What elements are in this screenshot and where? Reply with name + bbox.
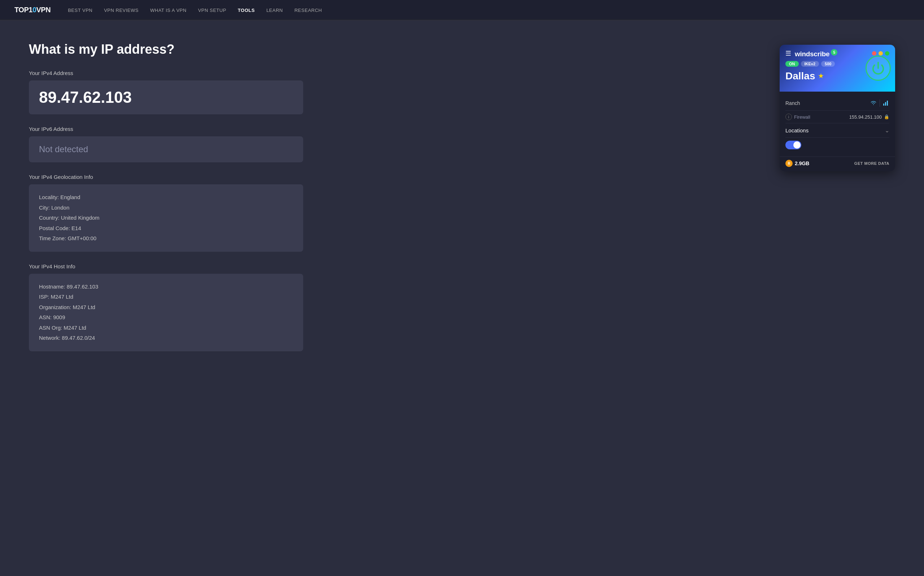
host-org: Organization: M247 Ltd — [39, 302, 293, 313]
toggle-row — [785, 138, 889, 152]
content-area: What is my IP address? Your IPv4 Address… — [29, 42, 303, 363]
widget-logo: windscribe5 — [795, 49, 837, 58]
maximize-button[interactable] — [885, 51, 889, 56]
widget-body: Ranch — [780, 91, 895, 157]
geo-locality: Locality: England — [39, 192, 293, 203]
host-label: Your IPv4 Host Info — [29, 263, 303, 269]
geo-postal: Postal Code: E14 — [39, 223, 293, 234]
geo-box: Locality: England City: London Country: … — [29, 184, 303, 252]
page-title: What is my IP address? — [29, 42, 303, 57]
toggle-knob — [793, 141, 800, 149]
signal-icon — [883, 100, 889, 107]
navbar: TOP10VPN BEST VPN VPN REVIEWS WHAT IS A … — [0, 0, 924, 20]
widget-icons-row — [870, 99, 889, 107]
data-badge: R 2.9GB — [785, 160, 809, 167]
coin-icon: R — [785, 160, 792, 167]
ipv4-label: Your IPv4 Address — [29, 70, 303, 76]
wifi-icon — [870, 100, 877, 106]
host-asn-org: ASN Org: M247 Ltd — [39, 323, 293, 333]
ipv4-value: 89.47.62.103 — [39, 88, 132, 106]
geo-city: City: London — [39, 203, 293, 213]
firewall-ip: 155.94.251.100 🔒 — [849, 114, 889, 120]
close-button[interactable] — [872, 51, 876, 56]
ipv6-box: Not detected — [29, 136, 303, 162]
host-box: Hostname: 89.47.62.103 ISP: M247 Ltd Org… — [29, 274, 303, 351]
favorite-star-icon[interactable]: ★ — [818, 72, 823, 79]
nav-vpn-setup[interactable]: VPN SETUP — [198, 8, 226, 13]
toggle-switch[interactable] — [785, 141, 801, 149]
ipv6-value: Not detected — [39, 144, 88, 154]
minimize-button[interactable] — [879, 51, 883, 56]
lock-icon: 🔒 — [884, 114, 889, 119]
nav-vpn-reviews[interactable]: VPN REVIEWS — [104, 8, 139, 13]
city-name: Dallas — [785, 70, 815, 82]
svg-rect-3 — [887, 101, 888, 106]
nav-links: BEST VPN VPN REVIEWS WHAT IS A VPN VPN S… — [68, 7, 322, 13]
nav-best-vpn[interactable]: BEST VPN — [68, 8, 92, 13]
notification-badge: 5 — [831, 49, 837, 56]
geo-label: Your IPv4 Geolocation Info — [29, 174, 303, 180]
widget-inner: ☰ windscribe5 ON IKEv2 500 — [780, 45, 895, 171]
host-asn: ASN: 9009 — [39, 312, 293, 323]
windscribe-widget: ☰ windscribe5 ON IKEv2 500 — [780, 45, 895, 171]
nav-learn[interactable]: LEARN — [266, 8, 283, 13]
main-content: What is my IP address? Your IPv4 Address… — [0, 20, 924, 384]
get-more-data-button[interactable]: GET MORE DATA — [854, 161, 889, 166]
widget-header: ☰ windscribe5 ON IKEv2 500 — [780, 45, 895, 91]
host-network: Network: 89.47.62.0/24 — [39, 333, 293, 343]
location-sub: Ranch — [785, 100, 800, 106]
hamburger-icon[interactable]: ☰ — [785, 50, 791, 58]
pill-on: ON — [785, 61, 799, 67]
location-row: Ranch — [785, 96, 889, 111]
host-isp: ISP: M247 Ltd — [39, 292, 293, 302]
pill-500: 500 — [821, 61, 835, 67]
firewall-row: i Firewall 155.94.251.100 🔒 — [785, 111, 889, 123]
host-hostname: Hostname: 89.47.62.103 — [39, 282, 293, 292]
power-button[interactable] — [866, 56, 891, 81]
site-logo[interactable]: TOP10VPN — [14, 6, 51, 14]
pill-ikev2: IKEv2 — [801, 61, 819, 67]
ipv4-box: 89.47.62.103 — [29, 80, 303, 114]
locations-label: Locations — [785, 127, 808, 133]
firewall-label: Firewall — [794, 114, 810, 120]
nav-tools[interactable]: TOOLS — [238, 8, 255, 13]
locations-row[interactable]: Locations ⌄ — [785, 123, 889, 138]
nav-research[interactable]: RESEARCH — [295, 8, 322, 13]
power-icon — [871, 61, 885, 75]
geo-country: Country: United Kingdom — [39, 213, 293, 223]
svg-rect-1 — [883, 104, 884, 106]
data-remaining: 2.9GB — [795, 160, 809, 166]
svg-rect-2 — [885, 102, 886, 106]
window-controls — [872, 51, 889, 56]
geo-timezone: Time Zone: GMT+00:00 — [39, 234, 293, 244]
widget-footer: R 2.9GB GET MORE DATA — [780, 157, 895, 171]
chevron-down-icon: ⌄ — [885, 127, 889, 134]
nav-what-is-vpn[interactable]: WHAT IS A VPN — [150, 8, 187, 13]
ipv6-label: Your IPv6 Address — [29, 126, 303, 132]
info-icon[interactable]: i — [785, 114, 792, 120]
